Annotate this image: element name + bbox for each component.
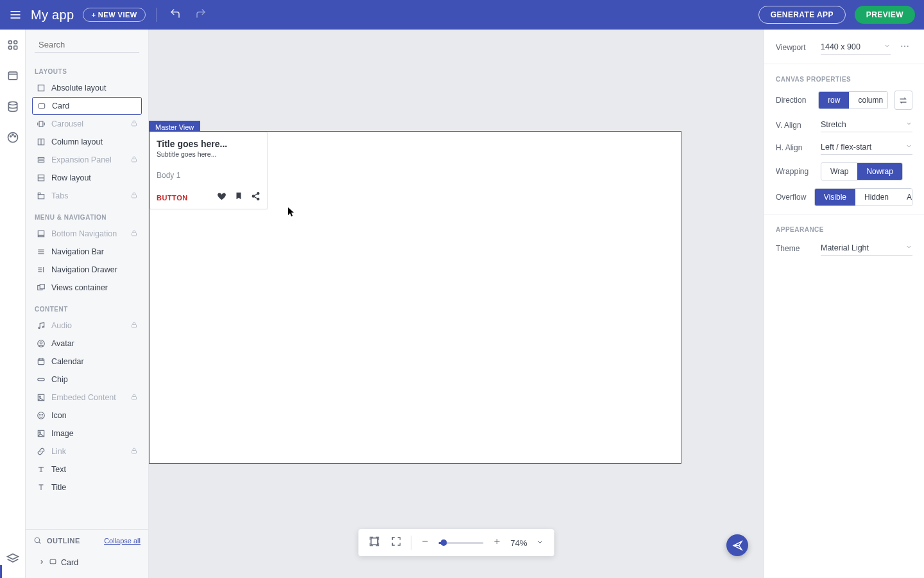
chevron-right-icon <box>38 558 45 567</box>
valign-select[interactable]: Stretch <box>821 118 912 132</box>
zoom-in-icon[interactable] <box>491 536 502 550</box>
component-card[interactable]: Card <box>32 97 142 115</box>
component-audio[interactable]: Audio <box>32 317 142 335</box>
lock-icon <box>130 119 138 129</box>
svg-point-62 <box>39 432 40 433</box>
zoom-slider[interactable] <box>438 542 483 544</box>
swap-axes-icon[interactable] <box>894 91 912 110</box>
svg-rect-30 <box>38 195 44 199</box>
embed-icon <box>36 392 46 403</box>
lock-icon <box>130 393 138 403</box>
carousel-icon <box>36 119 46 129</box>
component-navigation-bar[interactable]: Navigation Bar <box>32 243 142 261</box>
navbar-icon <box>36 247 46 257</box>
zoom-out-icon[interactable] <box>419 536 431 550</box>
direction-column[interactable]: column <box>849 92 887 109</box>
wrapping-toggle: Wrap Nowrap <box>821 162 903 180</box>
svg-point-59 <box>40 414 40 415</box>
redo-icon[interactable] <box>193 5 209 24</box>
properties-panel: Viewport 924 x 578 CANVAS PROPERTIES Di… <box>764 30 924 578</box>
chevron-down-icon <box>905 120 912 129</box>
component-text[interactable]: Text <box>32 460 142 478</box>
card-button[interactable]: BUTTON <box>157 194 188 202</box>
component-views-container[interactable]: Views container <box>32 279 142 297</box>
theme-rail-icon[interactable] <box>4 128 22 146</box>
svg-rect-25 <box>38 158 44 159</box>
direction-row[interactable]: row <box>819 92 849 109</box>
generate-app-button[interactable]: GENERATE APP <box>758 6 846 24</box>
preview-button[interactable]: PREVIEW <box>855 6 915 24</box>
halign-select[interactable]: Left / flex-start <box>821 140 912 155</box>
svg-rect-47 <box>132 324 137 328</box>
component-bottom-navigation[interactable]: Bottom Navigation <box>32 225 142 243</box>
section-appearance: APPEARANCE <box>776 226 912 233</box>
component-icon[interactable]: Icon <box>32 407 142 425</box>
search-field[interactable] <box>35 37 139 53</box>
component-expansion-panel[interactable]: Expansion Panel <box>32 151 142 169</box>
component-image[interactable]: Image <box>32 425 142 442</box>
component-embedded-content[interactable]: Embeded Content <box>32 389 142 407</box>
undo-icon[interactable] <box>167 5 184 24</box>
svg-marker-14 <box>7 554 18 559</box>
collapse-all-link[interactable]: Collapse all <box>104 537 141 545</box>
component-link[interactable]: Link <box>32 442 142 460</box>
search-icon[interactable] <box>33 536 42 545</box>
card-instance[interactable]: Title goes here... Subtitle goes here...… <box>150 132 268 209</box>
component-carousel[interactable]: Carousel <box>32 115 142 133</box>
svg-point-46 <box>42 326 44 328</box>
overflow-auto[interactable]: Auto <box>898 189 912 206</box>
fit-screen-icon[interactable] <box>367 534 381 551</box>
component-calendar[interactable]: Calendar <box>32 353 142 371</box>
heart-icon[interactable] <box>217 191 227 204</box>
layers-rail-icon[interactable] <box>4 550 22 568</box>
section-canvas-properties: CANVAS PROPERTIES <box>776 76 912 83</box>
component-navigation-drawer[interactable]: Navigation Drawer <box>32 261 142 279</box>
components-rail-icon[interactable] <box>4 36 22 54</box>
share-icon[interactable] <box>251 191 261 204</box>
component-title[interactable]: Title <box>32 478 142 496</box>
theme-select[interactable]: Material Light <box>821 241 912 256</box>
svg-point-11 <box>10 136 11 137</box>
svg-rect-6 <box>13 46 17 49</box>
component-tabs[interactable]: Tabs <box>32 187 142 205</box>
send-fab[interactable] <box>726 534 748 556</box>
chevron-down-icon[interactable] <box>535 536 545 550</box>
menu-icon[interactable] <box>9 8 22 21</box>
component-column-layout[interactable]: Column layout <box>32 133 142 151</box>
data-rail-icon[interactable] <box>4 98 22 116</box>
svg-point-78 <box>904 46 905 47</box>
overflow-hidden[interactable]: Hidden <box>855 189 898 206</box>
svg-rect-22 <box>132 123 137 126</box>
bookmark-icon[interactable] <box>234 191 243 204</box>
svg-rect-33 <box>38 231 44 236</box>
more-icon[interactable] <box>897 39 912 56</box>
section-menu-nav: MENU & NAVIGATION <box>35 214 139 221</box>
component-avatar[interactable]: Avatar <box>32 335 142 353</box>
overflow-visible[interactable]: Visible <box>815 189 855 206</box>
svg-point-9 <box>8 102 17 105</box>
wrap-wrap[interactable]: Wrap <box>821 163 857 180</box>
viewport-select[interactable]: 924 x 578 <box>821 40 891 55</box>
canvas[interactable]: Master View Title goes here... Subtitle … <box>149 30 764 578</box>
search-input[interactable] <box>38 40 146 49</box>
master-view-frame[interactable]: Title goes here... Subtitle goes here...… <box>149 131 681 464</box>
wrap-nowrap[interactable]: Nowrap <box>857 163 902 180</box>
outline-item-card[interactable]: Card <box>36 555 142 570</box>
topbar: My app + NEW VIEW GENERATE APP PREVIEW <box>0 0 924 30</box>
component-absolute-layout[interactable]: Absolute layout <box>32 79 142 97</box>
new-view-button[interactable]: + NEW VIEW <box>83 8 145 22</box>
fullscreen-icon[interactable] <box>389 534 403 551</box>
overflow-toggle: Visible Hidden Auto <box>814 188 912 206</box>
views-rail-icon[interactable] <box>4 67 22 85</box>
svg-rect-17 <box>38 85 44 91</box>
component-chip[interactable]: Chip <box>32 371 142 389</box>
chip-icon <box>36 374 46 385</box>
component-row-layout[interactable]: Row layout <box>32 169 142 187</box>
rail-accent <box>0 565 2 578</box>
outline-header: OUTLINE Collapse all <box>26 529 148 551</box>
card-subtitle: Subtitle goes here... <box>157 150 261 158</box>
chevron-down-icon <box>905 143 912 152</box>
svg-rect-66 <box>50 559 56 564</box>
svg-rect-57 <box>132 396 137 399</box>
chevron-down-icon <box>884 42 891 51</box>
